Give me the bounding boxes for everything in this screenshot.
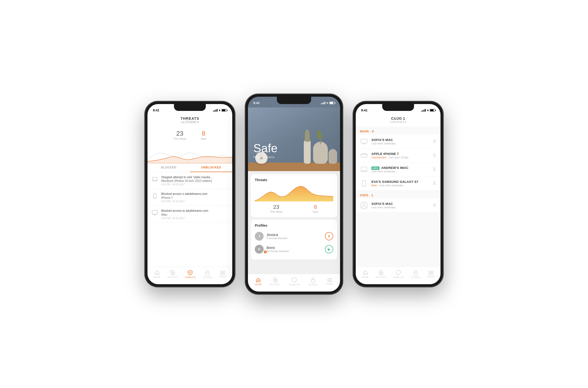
nav-access-2[interactable]: ACCESS	[308, 277, 318, 286]
vase-tall	[304, 139, 311, 164]
menu-icon[interactable]: ☰	[433, 181, 436, 186]
scene: 9:41 ▾ THREATS	[0, 0, 588, 388]
bottom-nav-3: HOME DEVICES THREATS	[356, 267, 440, 284]
svg-rect-13	[311, 280, 315, 283]
chevron-down-icon-3[interactable]: ▾	[405, 121, 406, 124]
bottom-nav-2: HOME DEVICES THREATS	[248, 274, 340, 291]
nav-devices-1[interactable]: DEVICES	[167, 270, 178, 278]
nav-devices-label-2: DEVICES	[270, 283, 281, 286]
p3-title: CUJO 1	[356, 116, 440, 121]
jessica-info: Jessica 5 threats blocked	[267, 233, 325, 240]
andrew-info: KIDS ANDREW'S IMAC Last seen yesterday	[371, 166, 429, 173]
brent-play-btn[interactable]: ▶	[325, 245, 333, 253]
p2-threat-stats: 23 This Week 8 New	[255, 201, 333, 213]
nav-label-3: HOME	[362, 276, 369, 278]
status-icons-3: ▾	[421, 109, 435, 112]
profile-jessica: J Jessica 5 threats blocked ⏸	[255, 230, 333, 243]
nav-devices-2[interactable]: DEVICES	[270, 278, 281, 286]
avatar-jessica: J	[255, 232, 264, 241]
nav-more-label-1: MORE	[219, 275, 226, 278]
nav-label-3: ACCESS	[411, 276, 421, 279]
threats-card: Threats	[251, 174, 337, 217]
list-item: Blocked access to adultdreams.com iMac 4…	[148, 206, 232, 223]
tab-blocked[interactable]: BLOCKED	[148, 163, 190, 172]
svg-rect-17	[361, 139, 367, 143]
p1-stat-new: 8 New	[201, 130, 206, 140]
battery-icon-3	[430, 109, 435, 112]
notch-3	[382, 104, 414, 111]
nav-devices-3[interactable]: DEVICES	[376, 270, 386, 278]
svg-point-2	[154, 197, 155, 198]
nav-home-2[interactable]: HOME	[255, 278, 262, 286]
nav-devices-label-1: DEVICES	[167, 276, 178, 278]
phone-2-shell: 9:41 ▾	[245, 94, 343, 294]
signal-3	[421, 109, 426, 112]
p3-subtitle: 4 DEVICES ▾	[356, 121, 440, 124]
vase-big	[313, 142, 328, 164]
svg-rect-5	[172, 272, 175, 275]
nav-label-3: DEVICES	[376, 276, 386, 278]
list-item: APPLE IPHONE 7 Unprotected · Last seen 1…	[356, 148, 440, 163]
nav-threats-label-2: THREATS	[289, 284, 300, 286]
nav-more-1[interactable]: MORE	[219, 271, 226, 278]
notch-2	[277, 97, 311, 104]
list-item-text: Blocked access to adultdreams.com iMac 4…	[161, 209, 228, 219]
avatar-brent: B	[255, 245, 264, 254]
svg-rect-12	[275, 279, 277, 282]
nav-threats-2[interactable]: THREATS	[289, 277, 300, 286]
monitor-icon-sofia	[360, 138, 368, 146]
p1-chart-svg	[148, 144, 232, 163]
p3-device-list: MAIN · 4 SOFIA'S MAC Last seen yesterday…	[356, 126, 440, 267]
section-main: MAIN · 4	[356, 126, 440, 135]
svg-rect-4	[171, 270, 173, 274]
list-item: Stopped attempt to visit "static.macke..…	[148, 172, 232, 189]
nav-threats-3[interactable]: THREATS	[393, 270, 404, 279]
bottom-nav-1: HOME DEVICES THREATS	[148, 267, 232, 284]
jessica-pause-btn[interactable]: ⏸	[325, 232, 333, 240]
signal-2	[321, 102, 325, 104]
p1-title: THREATS	[148, 116, 232, 121]
sofia-kids-info: SOFIA'S MAC Last seen yesterday	[371, 202, 429, 209]
nav-access-1[interactable]: ACCESS	[203, 270, 212, 279]
phone-1-shell: 9:41 ▾ THREATS	[145, 101, 235, 287]
nav-home-3[interactable]: HOME	[362, 270, 369, 278]
nav-access-label-1: ACCESS	[203, 276, 212, 279]
phone-icon	[152, 193, 158, 199]
nav-more-3[interactable]: MORE	[428, 271, 435, 278]
menu-icon[interactable]: ☰	[433, 139, 436, 144]
profile-brent: B ⏸ Brent 20 threats blocked ▶	[255, 243, 333, 256]
iphone-info: APPLE IPHONE 7 Unprotected · Last seen 1…	[371, 152, 429, 159]
nav-home-label-2: HOME	[255, 283, 262, 286]
list-item-text: Blocked access o adultdreams.com iPhone …	[161, 192, 228, 203]
nav-more-2[interactable]: MORE	[326, 278, 333, 285]
phone-2-screen: 9:41 ▾	[248, 97, 340, 291]
p1-list: Stopped attempt to visit "static.macke..…	[148, 172, 232, 267]
tab-unblocked[interactable]: UNBLOCKED	[190, 163, 232, 172]
nav-home-1[interactable]: HOME	[153, 270, 160, 278]
p1-header: THREATS LA STUDIO ▾	[148, 115, 232, 126]
chevron-down-icon[interactable]: ▾	[197, 121, 199, 124]
p1-stat-week: 23 This Week	[174, 130, 186, 140]
svg-point-25	[363, 203, 365, 205]
time-2: 9:41	[253, 101, 260, 105]
profiles-card-title: Profiles	[255, 223, 333, 227]
list-item: SOFIA'S MAC Last seen yesterday ☰	[356, 135, 440, 148]
p1-subtitle: LA STUDIO ▾	[148, 121, 232, 124]
menu-icon[interactable]: ☰	[433, 167, 436, 171]
menu-icon[interactable]: ☰	[433, 153, 436, 158]
phone-3-shell: 9:41 ▾ CUJO 1	[353, 101, 443, 287]
nav-threats-1[interactable]: THREATS	[185, 270, 196, 279]
time-1: 9:41	[153, 108, 159, 112]
menu-icon[interactable]: ☰	[433, 203, 436, 208]
time-3: 9:41	[361, 108, 367, 112]
threats-new-stat: 8 New	[313, 204, 318, 213]
svg-rect-3	[152, 211, 157, 214]
svg-point-19	[362, 155, 363, 156]
list-item: Blocked access o adultdreams.com iPhone …	[148, 189, 232, 206]
kids-badge: KIDS	[371, 167, 380, 170]
threats-card-title: Threats	[255, 178, 333, 182]
shelf	[248, 163, 340, 171]
nav-access-3[interactable]: ACCESS	[411, 270, 421, 279]
svg-point-20	[365, 155, 366, 156]
p1-chart	[148, 144, 232, 163]
